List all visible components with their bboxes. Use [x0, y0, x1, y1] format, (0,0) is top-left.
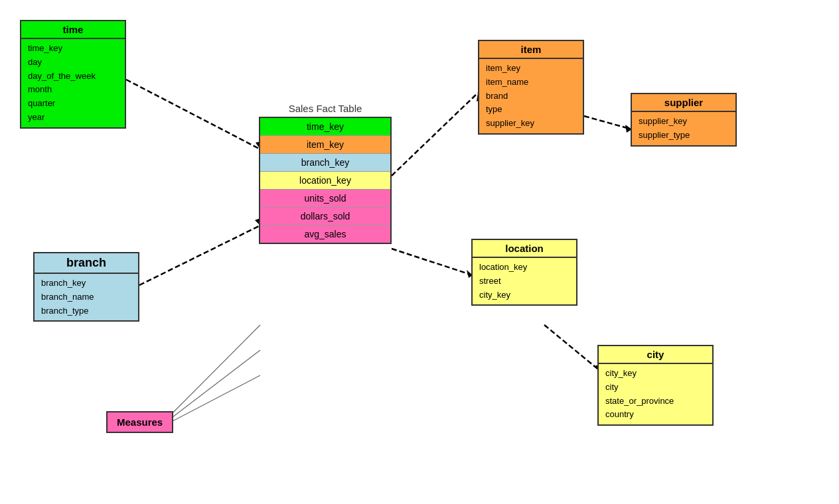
fact-row-item-key: item_key [260, 136, 390, 154]
svg-line-8 [392, 249, 473, 275]
supplier-entity: supplier supplier_key supplier_type [631, 93, 737, 147]
time-field-1: time_key [27, 42, 119, 56]
branch-header: branch [35, 253, 138, 274]
svg-line-4 [584, 116, 632, 129]
city-field-1: city_key [604, 367, 707, 381]
location-body: location_key street city_key [473, 258, 576, 304]
diagram-container: time time_key day day_of_the_week month … [0, 0, 839, 504]
fact-row-location-key: location_key [260, 172, 390, 190]
city-field-3: state_or_province [604, 395, 707, 409]
fact-row-branch-key: branch_key [260, 154, 390, 172]
fact-row-dollars-sold: dollars_sold [260, 208, 390, 225]
item-field-5: supplier_key [485, 117, 577, 131]
branch-field-3: branch_type [40, 304, 133, 318]
item-entity: item item_key item_name brand type suppl… [478, 40, 584, 135]
location-field-3: city_key [478, 288, 571, 302]
city-entity: city city_key city state_or_province cou… [597, 345, 714, 426]
svg-line-6 [139, 225, 260, 285]
location-header: location [473, 240, 576, 258]
supplier-header: supplier [632, 94, 735, 112]
fact-table: time_key item_key branch_key location_ke… [259, 117, 392, 244]
supplier-body: supplier_key supplier_type [632, 112, 735, 145]
branch-body: branch_key branch_name branch_type [35, 274, 138, 320]
fact-row-avg-sales: avg_sales [260, 225, 390, 243]
city-body: city_key city state_or_province country [599, 364, 712, 424]
city-header: city [599, 346, 712, 364]
item-body: item_key item_name brand type supplier_k… [479, 59, 583, 133]
supplier-field-1: supplier_key [637, 115, 730, 129]
time-field-5: quarter [27, 97, 119, 111]
fact-row-units-sold: units_sold [260, 190, 390, 208]
branch-field-2: branch_name [40, 290, 133, 304]
time-field-6: year [27, 111, 119, 125]
svg-line-10 [544, 325, 601, 371]
time-header: time [21, 21, 125, 39]
location-field-2: street [478, 275, 571, 288]
time-entity: time time_key day day_of_the_week month … [20, 20, 126, 129]
fact-table-title: Sales Fact Table [259, 103, 392, 114]
item-header: item [479, 41, 583, 59]
branch-entity: branch branch_key branch_name branch_typ… [33, 252, 139, 322]
branch-field-1: branch_key [40, 277, 133, 290]
fact-row-time-key: time_key [260, 118, 390, 136]
time-body: time_key day day_of_the_week month quart… [21, 39, 125, 127]
item-field-2: item_name [485, 76, 577, 90]
time-field-4: month [27, 83, 119, 97]
location-field-1: location_key [478, 261, 571, 275]
location-entity: location location_key street city_key [471, 239, 577, 306]
measures-label: Measures [106, 411, 173, 433]
item-field-1: item_key [485, 62, 577, 76]
city-field-2: city [604, 381, 707, 395]
item-field-4: type [485, 103, 577, 117]
supplier-field-2: supplier_type [637, 129, 730, 143]
item-field-3: brand [485, 90, 577, 103]
time-field-2: day [27, 56, 119, 70]
time-field-3: day_of_the_week [27, 70, 119, 84]
svg-line-0 [126, 80, 260, 149]
svg-line-2 [392, 93, 478, 176]
fact-table-container: Sales Fact Table time_key item_key branc… [259, 103, 392, 244]
city-field-4: country [604, 408, 707, 422]
